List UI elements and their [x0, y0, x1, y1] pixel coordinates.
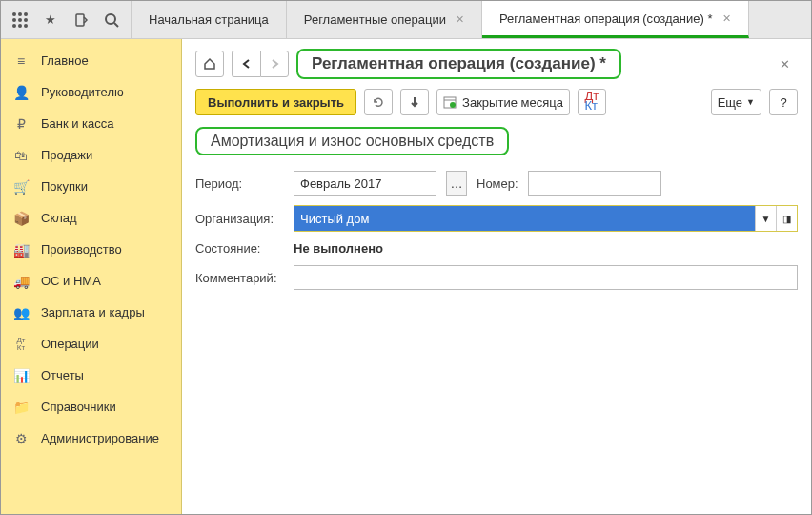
refresh-button[interactable] — [364, 89, 393, 115]
apps-icon[interactable] — [7, 7, 33, 33]
org-field: ▼ ◨ — [294, 205, 798, 232]
org-open-button[interactable]: ◨ — [776, 206, 797, 231]
svg-point-2 — [24, 12, 28, 16]
factory-icon: 🏭 — [12, 242, 30, 258]
svg-line-11 — [114, 23, 118, 27]
number-input[interactable] — [528, 171, 661, 196]
sidebar-item-hr[interactable]: 👥Зарплата и кадры — [1, 297, 181, 328]
people-icon: 👥 — [12, 305, 30, 320]
sidebar-item-production[interactable]: 🏭Производство — [1, 234, 181, 265]
truck-icon: 🚚 — [12, 274, 30, 289]
comment-label: Комментарий: — [195, 271, 286, 285]
form: Период: … Номер: Организация: ▼ ◨ Состоя… — [195, 171, 798, 290]
close-page-button[interactable]: ✕ — [772, 53, 798, 75]
nav-row: Регламентная операция (создание) * ✕ — [195, 49, 798, 79]
chart-icon: 📊 — [12, 368, 30, 383]
sidebar-item-purchases[interactable]: 🛒Покупки — [1, 171, 181, 202]
page-title: Регламентная операция (создание) * — [296, 49, 621, 79]
home-button[interactable] — [195, 51, 224, 77]
svg-point-0 — [12, 12, 16, 16]
sidebar-item-admin[interactable]: ⚙Администрирование — [1, 422, 181, 454]
forward-button[interactable] — [260, 51, 289, 77]
org-input[interactable] — [294, 206, 755, 231]
close-icon[interactable]: ✕ — [722, 12, 731, 25]
svg-point-6 — [12, 24, 16, 28]
number-label: Номер: — [477, 176, 518, 191]
sidebar-item-main[interactable]: ≡Главное — [1, 45, 181, 76]
subtitle: Амортизация и износ основных средств — [195, 127, 509, 155]
star-icon[interactable]: ★ — [37, 7, 64, 33]
folder-icon: 📁 — [12, 400, 30, 415]
close-icon[interactable]: ✕ — [456, 13, 464, 26]
history-icon[interactable] — [68, 7, 94, 33]
svg-point-1 — [18, 12, 22, 16]
tabs: Начальная страница Регламентные операции… — [132, 1, 811, 38]
more-button[interactable]: Еще▼ — [711, 89, 761, 115]
ruble-icon: ₽ — [12, 116, 30, 132]
cart-icon: 🛒 — [12, 179, 30, 195]
execute-close-button[interactable]: Выполнить и закрыть — [195, 89, 356, 115]
svg-point-8 — [24, 24, 28, 28]
state-label: Состояние: — [195, 241, 286, 256]
menu-icon: ≡ — [12, 53, 30, 69]
search-icon[interactable] — [98, 7, 125, 33]
dtkt-button[interactable]: ДтКт — [578, 89, 606, 115]
bag-icon: 🛍 — [12, 148, 30, 163]
calendar-icon — [443, 95, 457, 109]
sidebar-item-assets[interactable]: 🚚ОС и НМА — [1, 265, 181, 297]
svg-point-15 — [450, 102, 456, 108]
sidebar-item-operations[interactable]: Дт КтОперации — [1, 328, 181, 360]
org-label: Организация: — [195, 212, 286, 226]
help-button[interactable]: ? — [769, 89, 798, 115]
period-label: Период: — [195, 176, 286, 191]
svg-point-5 — [24, 18, 28, 22]
svg-point-7 — [18, 24, 22, 28]
content: Регламентная операция (создание) * ✕ Вып… — [182, 39, 811, 514]
tab-home[interactable]: Начальная страница — [132, 1, 287, 38]
down-button[interactable] — [400, 89, 429, 115]
svg-rect-9 — [76, 14, 84, 26]
period-picker-button[interactable]: … — [446, 171, 467, 196]
box-icon: 📦 — [12, 211, 30, 226]
sidebar-item-manager[interactable]: 👤Руководителю — [1, 76, 181, 108]
period-input[interactable] — [294, 171, 436, 196]
org-dropdown-button[interactable]: ▼ — [755, 206, 776, 231]
sidebar-item-sales[interactable]: 🛍Продажи — [1, 139, 181, 171]
svg-point-4 — [18, 18, 22, 22]
toolbar: Выполнить и закрыть Закрытие месяца ДтКт… — [195, 89, 798, 115]
tab-scheduled-op-create[interactable]: Регламентная операция (создание) *✕ — [482, 1, 749, 38]
comment-input[interactable] — [294, 265, 798, 290]
sidebar-item-reports[interactable]: 📊Отчеты — [1, 360, 181, 391]
sidebar: ≡Главное 👤Руководителю ₽Банк и касса 🛍Пр… — [1, 39, 182, 514]
svg-point-3 — [12, 18, 16, 22]
state-value: Не выполнено — [294, 241, 798, 256]
sidebar-item-bank[interactable]: ₽Банк и касса — [1, 108, 181, 139]
dtkt-icon: Дт Кт — [12, 337, 30, 352]
system-icons: ★ — [1, 1, 132, 38]
topbar: ★ Начальная страница Регламентные операц… — [1, 1, 811, 39]
person-icon: 👤 — [12, 85, 30, 100]
back-button[interactable] — [232, 51, 260, 77]
svg-point-10 — [106, 14, 115, 24]
tab-scheduled-ops[interactable]: Регламентные операции✕ — [287, 1, 482, 38]
closing-month-button[interactable]: Закрытие месяца — [436, 89, 570, 115]
gear-icon: ⚙ — [12, 431, 30, 446]
sidebar-item-catalogs[interactable]: 📁Справочники — [1, 391, 181, 422]
sidebar-item-warehouse[interactable]: 📦Склад — [1, 202, 181, 234]
